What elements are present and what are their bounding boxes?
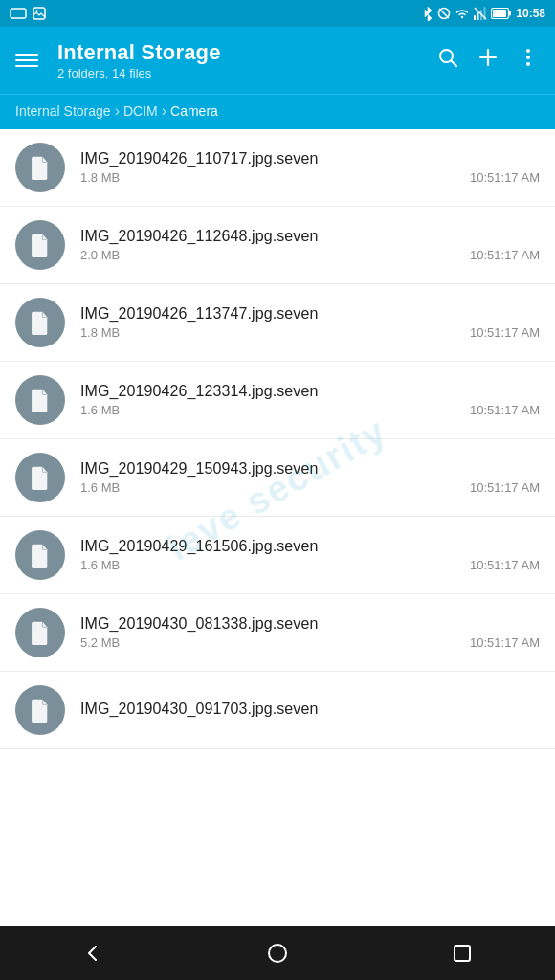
file-icon — [28, 543, 53, 568]
file-icon — [28, 698, 53, 723]
file-item[interactable]: IMG_20190426_113747.jpg.seven 1.8 MB 10:… — [0, 284, 555, 362]
file-size: 1.6 MB — [80, 403, 120, 417]
file-item[interactable]: IMG_20190430_081338.jpg.seven 5.2 MB 10:… — [0, 594, 555, 672]
file-item[interactable]: IMG_20190429_161506.jpg.seven 1.6 MB 10:… — [0, 517, 555, 594]
svg-rect-0 — [11, 9, 26, 18]
breadcrumb-sep-2: › — [162, 102, 166, 120]
file-icon-circle — [15, 143, 65, 192]
file-info: IMG_20190429_161506.jpg.seven 1.6 MB 10:… — [80, 538, 540, 572]
notification-icon — [10, 7, 27, 20]
file-icon-circle — [15, 685, 65, 735]
menu-button[interactable] — [15, 54, 42, 67]
file-icon-circle — [15, 453, 65, 502]
svg-point-15 — [526, 62, 530, 66]
file-name: IMG_20190430_091703.jpg.seven — [80, 701, 540, 718]
home-button[interactable] — [254, 929, 301, 977]
svg-point-14 — [526, 56, 530, 59]
file-time: 10:51:17 AM — [470, 325, 540, 340]
file-time: 10:51:17 AM — [470, 248, 540, 262]
file-meta: 2.0 MB 10:51:17 AM — [80, 248, 540, 262]
file-time: 10:51:17 AM — [470, 558, 540, 572]
app-title: Internal Storage — [57, 40, 421, 65]
file-name: IMG_20190430_081338.jpg.seven — [80, 615, 540, 633]
status-bar: 10:58 — [0, 0, 555, 27]
file-icon-circle — [15, 298, 65, 347]
file-meta: 1.8 MB 10:51:17 AM — [80, 325, 540, 340]
file-name: IMG_20190426_110717.jpg.seven — [80, 150, 540, 167]
file-item[interactable]: IMG_20190430_091703.jpg.seven — [0, 672, 555, 749]
file-meta: 1.6 MB 10:51:17 AM — [80, 403, 540, 417]
recent-button[interactable] — [438, 929, 486, 977]
file-time: 10:51:17 AM — [470, 403, 540, 417]
file-meta: 1.6 MB 10:51:17 AM — [80, 480, 540, 495]
nav-bar — [0, 926, 555, 980]
time-display: 10:58 — [516, 7, 545, 20]
file-meta: 5.2 MB 10:51:17 AM — [80, 635, 540, 650]
file-item[interactable]: IMG_20190426_112648.jpg.seven 2.0 MB 10:… — [0, 207, 555, 284]
bluetooth-icon — [422, 6, 433, 21]
file-info: IMG_20190426_123314.jpg.seven 1.6 MB 10:… — [80, 383, 540, 417]
file-icon-circle — [15, 375, 65, 425]
svg-line-10 — [452, 61, 457, 67]
file-icon — [28, 310, 53, 335]
file-size: 5.2 MB — [80, 635, 120, 650]
file-icon — [28, 233, 53, 257]
file-name: IMG_20190426_113747.jpg.seven — [80, 305, 540, 323]
file-icon — [28, 620, 53, 645]
file-icon-circle — [15, 220, 65, 270]
image-icon — [33, 7, 46, 20]
app-bar-actions — [436, 46, 540, 75]
file-size: 2.0 MB — [80, 248, 120, 262]
file-name: IMG_20190429_150943.jpg.seven — [80, 460, 540, 478]
breadcrumb-sep-1: › — [115, 102, 120, 120]
file-name: IMG_20190429_161506.jpg.seven — [80, 538, 540, 555]
file-item[interactable]: IMG_20190426_110717.jpg.seven 1.8 MB 10:… — [0, 129, 555, 207]
back-button[interactable] — [69, 929, 117, 977]
svg-point-2 — [35, 10, 37, 11]
file-icon — [28, 465, 53, 490]
status-bar-left — [10, 7, 46, 20]
file-info: IMG_20190426_113747.jpg.seven 1.8 MB 10:… — [80, 305, 540, 340]
file-name: IMG_20190426_123314.jpg.seven — [80, 383, 540, 400]
breadcrumb-internal-storage[interactable]: Internal Storage — [15, 103, 111, 119]
nosignal-icon — [437, 7, 451, 20]
app-subtitle: 2 folders, 14 files — [57, 66, 421, 80]
file-info: IMG_20190430_081338.jpg.seven 5.2 MB 10:… — [80, 615, 540, 650]
file-info: IMG_20190429_150943.jpg.seven 1.6 MB 10:… — [80, 460, 540, 495]
file-time: 10:51:17 AM — [470, 170, 540, 185]
status-bar-right: 10:58 — [422, 6, 545, 21]
file-info: IMG_20190426_112648.jpg.seven 2.0 MB 10:… — [80, 228, 540, 262]
svg-rect-7 — [493, 10, 506, 17]
file-icon-circle — [15, 608, 65, 657]
file-size: 1.6 MB — [80, 480, 120, 495]
file-info: IMG_20190430_091703.jpg.seven — [80, 701, 540, 721]
search-button[interactable] — [436, 46, 459, 75]
add-button[interactable] — [477, 46, 500, 75]
file-name: IMG_20190426_112648.jpg.seven — [80, 228, 540, 245]
file-size: 1.6 MB — [80, 558, 120, 572]
file-item[interactable]: IMG_20190426_123314.jpg.seven 1.6 MB 10:… — [0, 362, 555, 439]
app-bar-title: Internal Storage 2 folders, 14 files — [57, 40, 421, 80]
file-meta: 1.6 MB 10:51:17 AM — [80, 558, 540, 572]
file-icon — [28, 155, 53, 180]
file-time: 10:51:17 AM — [470, 480, 540, 495]
svg-rect-8 — [509, 11, 512, 16]
menu-line-1 — [15, 54, 38, 56]
app-bar: Internal Storage 2 folders, 14 files — [0, 27, 555, 94]
file-item[interactable]: IMG_20190429_150943.jpg.seven 1.6 MB 10:… — [0, 439, 555, 517]
file-time: 10:51:17 AM — [470, 635, 540, 650]
file-size: 1.8 MB — [80, 170, 120, 185]
breadcrumb-camera[interactable]: Camera — [170, 103, 218, 119]
breadcrumb: Internal Storage › DCIM › Camera — [0, 94, 555, 129]
file-info: IMG_20190426_110717.jpg.seven 1.8 MB 10:… — [80, 150, 540, 185]
menu-line-2 — [15, 59, 38, 61]
wifi-icon — [455, 8, 470, 19]
svg-point-13 — [526, 49, 530, 53]
svg-rect-17 — [455, 946, 470, 961]
file-size: 1.8 MB — [80, 325, 120, 340]
signal-icon — [474, 7, 487, 20]
more-button[interactable] — [517, 46, 540, 75]
file-meta: 1.8 MB 10:51:17 AM — [80, 170, 540, 185]
breadcrumb-dcim[interactable]: DCIM — [123, 103, 158, 119]
svg-point-16 — [269, 945, 286, 962]
